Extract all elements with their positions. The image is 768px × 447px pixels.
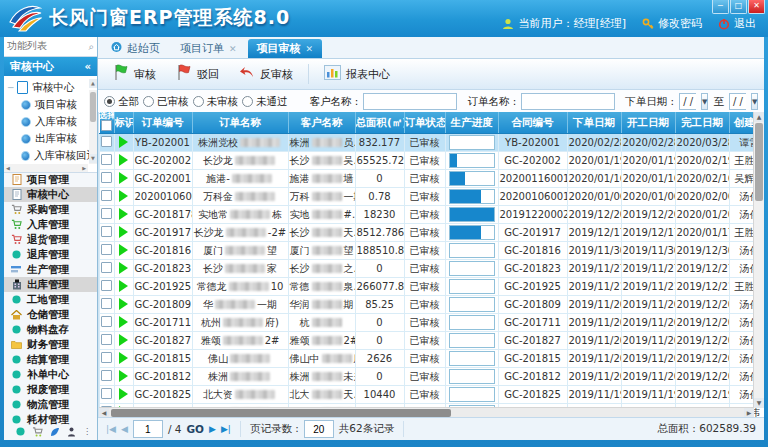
leaf-icon[interactable]	[50, 427, 60, 437]
sidebar-module-仓储管理[interactable]: 仓储管理	[4, 307, 97, 322]
sidebar-module-工地管理[interactable]: 工地管理	[4, 292, 97, 307]
grid-vertical-scrollbar[interactable]: ▲ ▼	[753, 112, 764, 408]
chevron-down-icon[interactable]: ▼	[751, 93, 758, 110]
tree-item[interactable]: 出库审核	[8, 130, 97, 147]
first-page-icon[interactable]: |◀	[106, 424, 116, 434]
table-row[interactable]: GC-201711杭州府)杭0已审核GC-2017112019/11/20201…	[100, 314, 765, 332]
last-page-icon[interactable]: ▶|	[221, 424, 231, 434]
go-button[interactable]: GO	[186, 423, 204, 435]
customer-name-input[interactable]	[363, 93, 457, 110]
row-checkbox[interactable]	[101, 172, 112, 183]
sidebar-module-项目管理[interactable]: 项目管理	[4, 172, 97, 187]
table-row[interactable]: GC-201925常德龙10常德泉...266077.835..已审核GC-20…	[100, 278, 765, 296]
sidebar-module-采购管理[interactable]: 采购管理	[4, 202, 97, 217]
radio-全部[interactable]: 全部	[104, 95, 139, 109]
minimize-button[interactable]: ─	[712, 0, 729, 14]
row-checkbox[interactable]	[101, 154, 112, 165]
column-header-订单编号[interactable]: 订单编号	[133, 112, 192, 134]
maximize-button[interactable]: □	[730, 0, 747, 14]
row-checkbox[interactable]	[101, 370, 112, 381]
column-header-订单名称[interactable]: 订单名称	[192, 112, 288, 134]
row-checkbox[interactable]	[101, 352, 112, 363]
sidebar-panel-header[interactable]: 审核中心 «	[4, 57, 97, 76]
column-header-生产进度[interactable]: 生产进度	[445, 112, 498, 134]
prev-page-icon[interactable]: ◀	[121, 424, 128, 434]
chevron-down-icon[interactable]: ▼	[701, 93, 708, 110]
tree-horizontal-scrollbar[interactable]: ◀▶	[4, 164, 88, 172]
row-checkbox[interactable]	[101, 190, 112, 201]
page-size-input[interactable]	[304, 420, 334, 438]
sidebar-module-出库管理[interactable]: 出库管理	[4, 277, 97, 292]
table-row[interactable]: GC-201827雅颂2#雅颂2#0已审核GC-2018272019/11/20…	[100, 332, 765, 350]
table-row[interactable]: YB-202001株洲党校株洲员...832.177已审核YB-20200120…	[100, 134, 765, 152]
sidebar-module-退库管理[interactable]: 退库管理	[4, 247, 97, 262]
row-checkbox[interactable]	[101, 244, 112, 255]
table-row[interactable]: GC-201825北大资北大天...10440已审核GC-2018252019/…	[100, 386, 765, 404]
table-row[interactable]: GC-201816厦门望厦门望188510.818已审核GC-201816201…	[100, 242, 765, 260]
column-header-订单状态[interactable]: 订单状态	[404, 112, 445, 134]
scroll-down-icon[interactable]: ▼	[89, 154, 97, 163]
scroll-up-icon[interactable]: ▲	[754, 112, 764, 122]
tree-item[interactable]: 入库审核	[8, 113, 97, 130]
toolbar-button-审核[interactable]: 审核	[104, 61, 165, 87]
row-checkbox[interactable]	[101, 226, 112, 237]
overflow-icon[interactable]: ⋮	[83, 427, 91, 436]
tab-起始页[interactable]: 起始页	[102, 39, 169, 58]
person-icon[interactable]	[67, 427, 76, 437]
row-checkbox[interactable]	[101, 280, 112, 291]
table-row[interactable]: GC-201823长沙家长沙之...0已审核GC-2018232019/11/2…	[100, 260, 765, 278]
table-row[interactable]: 20200106001万科金万科一期0.78已审核202001060012020…	[100, 188, 765, 206]
next-page-icon[interactable]: ▶	[209, 424, 216, 434]
sidebar-module-审核中心[interactable]: 审核中心	[4, 187, 97, 202]
sidebar-module-生产管理[interactable]: 生产管理	[4, 262, 97, 277]
row-checkbox[interactable]	[101, 136, 112, 147]
table-row[interactable]: GC-201812株洲株洲未来0已审核GC-2018122019/11/2020…	[100, 368, 765, 386]
table-row[interactable]: GC-201917长沙龙-2#长沙天...8512.78600..已审核GC-2…	[100, 224, 765, 242]
close-tab-icon[interactable]: ✕	[229, 44, 237, 54]
sidebar-module-退货管理[interactable]: 退货管理	[4, 232, 97, 247]
column-header-合同编号[interactable]: 合同编号	[498, 112, 567, 134]
sidebar-module-财务管理[interactable]: 财务管理	[4, 337, 97, 352]
row-checkbox[interactable]	[101, 316, 112, 327]
column-header-选择[interactable]: 选择	[100, 112, 115, 134]
cart-icon[interactable]	[32, 427, 43, 437]
table-row[interactable]: GC-2018178实地常栋实地#...18230已审核201912200022…	[100, 206, 765, 224]
sidebar-module-补单中心[interactable]: 补单中心	[4, 367, 97, 382]
tree-item[interactable]: 项目审核	[8, 96, 97, 113]
row-checkbox[interactable]	[101, 388, 112, 399]
order-date-from-input[interactable]: / /	[679, 93, 696, 110]
tree-vertical-scrollbar[interactable]	[89, 90, 97, 164]
tree-root[interactable]: ─ 审核中心	[8, 79, 97, 96]
close-button[interactable]: ✕	[748, 0, 765, 14]
sidebar-module-结算管理[interactable]: 结算管理	[4, 352, 97, 367]
row-checkbox[interactable]	[101, 208, 112, 219]
column-header-总面积(㎡)[interactable]: 总面积(㎡)	[355, 112, 404, 134]
table-row[interactable]: GC-202002长沙龙长沙吴...65525.7200..已审核GC-2020…	[100, 152, 765, 170]
row-checkbox[interactable]	[101, 262, 112, 273]
radio-已审核[interactable]: 已审核	[143, 95, 189, 109]
collapse-icon[interactable]: «	[85, 57, 91, 76]
scroll-down-icon[interactable]: ▼	[754, 398, 764, 408]
order-date-to-input[interactable]: / /	[729, 93, 746, 110]
table-row[interactable]: GC-202001施港-施港墙0已审核202001160012020/01/16…	[100, 170, 765, 188]
column-header-开工日期[interactable]: 开工日期	[621, 112, 675, 134]
toolbar-button-报表中心[interactable]: 报表中心	[315, 62, 399, 86]
logout-button[interactable]: 退出	[718, 16, 756, 31]
tab-项目订单[interactable]: 项目订单✕	[171, 39, 246, 58]
column-header-完工日期[interactable]: 完工日期	[675, 112, 729, 134]
change-password-button[interactable]: 修改密码	[642, 16, 702, 31]
sidebar-module-入库管理[interactable]: 入库管理	[4, 217, 97, 232]
radio-未通过[interactable]: 未通过	[242, 95, 288, 109]
tree-item[interactable]: 入库审核回退	[8, 147, 97, 164]
tab-项目审核[interactable]: 项目审核✕	[248, 39, 323, 58]
column-header-标识[interactable]: 标识	[114, 112, 133, 134]
toolbar-button-驳回[interactable]: 驳回	[167, 61, 228, 87]
dot-icon[interactable]	[16, 427, 25, 436]
radio-未审核[interactable]: 未审核	[193, 95, 239, 109]
page-number-input[interactable]	[133, 420, 163, 438]
order-name-input[interactable]	[521, 93, 615, 110]
sidebar-module-物料盘存[interactable]: 物料盘存	[4, 322, 97, 337]
sidebar-module-物流管理[interactable]: 物流管理	[4, 397, 97, 412]
table-row[interactable]: GC-201815佛山佛山中库2626已审核GC-2018152019/11/2…	[100, 350, 765, 368]
row-checkbox[interactable]	[101, 298, 112, 309]
